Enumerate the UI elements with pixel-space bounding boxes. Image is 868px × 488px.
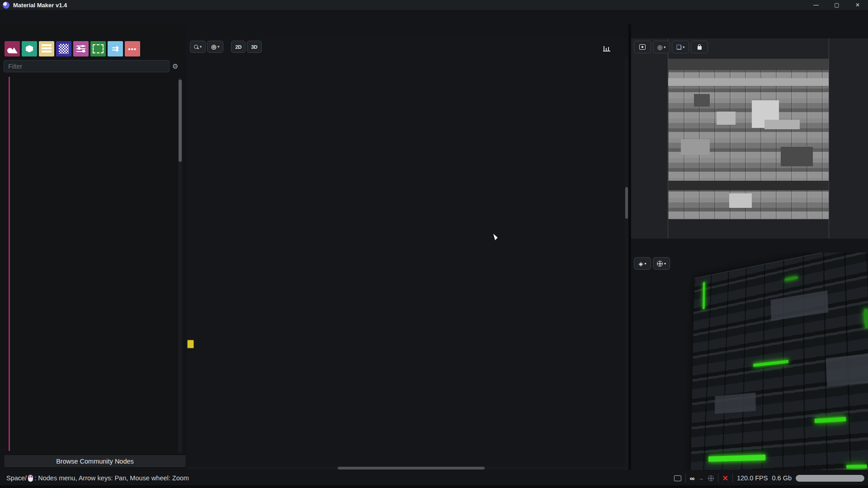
node-wires [186, 57, 628, 467]
clipped-node[interactable] [187, 340, 194, 348]
preview2d-viewport[interactable] [631, 38, 868, 239]
graph-hierarchy-icon[interactable] [603, 46, 610, 52]
preview3d-tabs [631, 239, 868, 253]
export-icon: ❏ [676, 44, 682, 51]
preview-dock-icon[interactable] [674, 475, 681, 481]
node-graph-canvas[interactable] [186, 57, 628, 467]
cube-icon: ◈ [638, 260, 643, 267]
library-scrollbar[interactable] [178, 78, 182, 453]
graph-toolbar: ▾ ◎▾ 2D 3D [190, 41, 628, 53]
export-button[interactable]: ❏▾ [672, 41, 689, 53]
lock-button[interactable] [691, 41, 708, 53]
3d-category-icon[interactable] [22, 41, 37, 56]
preview-2d-button[interactable]: 2D [231, 41, 245, 53]
shapes-category-icon[interactable] [5, 41, 20, 56]
texture-guide-right [829, 38, 829, 239]
library-panel: ••• Filter ⚙ Browse Community Nodes [4, 24, 185, 469]
bottom-strip [0, 485, 868, 488]
memory-counter: 0.6 Gb [772, 474, 792, 482]
workflow-category-icon[interactable] [90, 41, 106, 56]
graph-vertical-scrollbar[interactable] [625, 57, 628, 467]
preview-3d-button[interactable]: 3D [247, 41, 261, 53]
magnifier-icon [194, 45, 198, 49]
shortcut-hint: Space/: Nodes menu, Arrow keys: Pan, Mou… [6, 474, 189, 482]
close-button[interactable]: ✕ [847, 0, 868, 10]
app-logo-icon [3, 2, 9, 9]
environment-select-button[interactable]: ▾ [653, 257, 670, 270]
target-icon: ◎ [211, 43, 216, 50]
view-tool-button[interactable]: ◎▾ [207, 41, 223, 53]
library-tabs [4, 24, 185, 38]
link-icon[interactable]: ∞ [690, 474, 694, 482]
model-select-button[interactable]: ◈▾ [634, 257, 651, 270]
zoom-tool-button[interactable]: ▾ [190, 41, 206, 53]
graph-tabs [186, 24, 628, 38]
filter-settings-gear-icon[interactable]: ⚙ [172, 62, 178, 70]
browse-community-nodes-button[interactable]: Browse Community Nodes [4, 455, 186, 468]
globe-icon [657, 261, 663, 267]
route-category-icon[interactable] [108, 41, 123, 56]
minimize-button[interactable]: — [806, 0, 826, 10]
lock-icon [698, 46, 702, 50]
fps-counter: 120.0 FPS [737, 474, 768, 482]
tree-accent-line [9, 77, 10, 451]
material-3d-object [690, 253, 868, 470]
filter-category-icon[interactable] [73, 41, 89, 56]
title-bar: Material Maker v1.4 — ▢ ✕ [0, 0, 868, 10]
panel-divider[interactable] [628, 24, 631, 470]
graph-panel: ▾ ◎▾ 2D 3D [186, 24, 628, 470]
snapshot-icon [639, 44, 646, 50]
window-title: Material Maker v1.4 [13, 2, 67, 9]
view-options-button[interactable]: ◎▾ [653, 41, 670, 53]
maximize-button[interactable]: ▢ [826, 0, 847, 10]
library-tree [4, 75, 185, 453]
render-cancel-icon[interactable]: ✕ [722, 474, 728, 483]
material-maker-window: Material Maker v1.4 — ▢ ✕ ••• Filter ⚙ [0, 0, 868, 488]
graph-horizontal-scrollbar[interactable] [186, 466, 628, 470]
preview2d-toolbar: ◎▾ ❏▾ [634, 41, 868, 53]
render-progress-bar [796, 475, 864, 482]
menu-bar [0, 10, 868, 24]
noise-category-icon[interactable] [56, 41, 71, 56]
preview2d-tabs [631, 24, 868, 38]
pattern-category-icon[interactable] [39, 41, 54, 56]
mouse-icon [28, 475, 33, 482]
misc-category-icon[interactable]: ••• [125, 41, 140, 56]
preview3d-panel: ◈▾ ▾ [631, 239, 868, 470]
preview3d-toolbar: ◈▾ ▾ [634, 257, 670, 270]
snapshot-button[interactable] [634, 41, 651, 53]
target-icon: ◎ [657, 44, 662, 51]
library-category-toolbar: ••• [5, 41, 185, 56]
texture-preview-image [668, 59, 829, 219]
preview3d-viewport[interactable] [631, 253, 868, 470]
arrow-icon: → [698, 475, 704, 482]
status-bar: Space/: Nodes menu, Arrow keys: Pan, Mou… [0, 471, 868, 485]
globe-status-icon[interactable] [708, 475, 714, 481]
filter-input[interactable]: Filter [4, 60, 170, 72]
preview2d-panel: ◎▾ ❏▾ [631, 24, 868, 239]
